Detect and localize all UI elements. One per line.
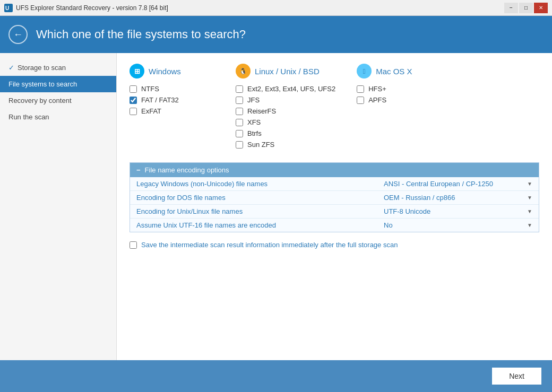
- encoding-select-3[interactable]: No: [384, 221, 525, 229]
- encoding-title: File name encoding options: [145, 166, 229, 174]
- jfs-checkbox-row[interactable]: JFS: [236, 96, 335, 104]
- back-button[interactable]: ←: [8, 25, 28, 44]
- save-checkbox-row: Save the intermediate scan result inform…: [130, 241, 539, 253]
- sidebar-label-filesystems: File systems to search: [8, 80, 77, 88]
- dropdown-arrow-1: ▼: [527, 195, 532, 201]
- header: ← Which one of the file systems to searc…: [0, 16, 552, 53]
- ntfs-label: NTFS: [141, 85, 159, 93]
- fat-checkbox-row[interactable]: FAT / FAT32: [130, 96, 214, 104]
- sidebar-label-recovery: Recovery by content: [8, 97, 72, 104]
- ntfs-checkbox[interactable]: [130, 85, 137, 93]
- macos-title: Mac OS X: [376, 67, 412, 76]
- apfs-checkbox-row[interactable]: APFS: [357, 96, 442, 104]
- maximize-button[interactable]: □: [519, 3, 533, 13]
- btrfs-label: Btrfs: [247, 129, 262, 137]
- window-title: UFS Explorer Standard Recovery - version…: [16, 4, 168, 12]
- windows-column: ⊞ Windows NTFS FAT / FAT32 ExFAT: [130, 64, 214, 152]
- macos-logo-icon: : [363, 67, 366, 75]
- sunzfs-label: Sun ZFS: [247, 141, 274, 149]
- sidebar-label-storage: Storage to scan: [18, 64, 66, 72]
- sidebar: ✓ Storage to scan File systems to search…: [0, 53, 117, 360]
- save-label: Save the intermediate scan result inform…: [141, 241, 398, 249]
- hfsplus-label: HFS+: [368, 85, 386, 93]
- dropdown-arrow-2: ▼: [527, 208, 532, 214]
- sunzfs-checkbox[interactable]: [236, 141, 243, 149]
- hfsplus-checkbox[interactable]: [357, 85, 364, 93]
- xfs-label: XFS: [247, 118, 261, 126]
- encoding-select-2[interactable]: UTF-8 Unicode: [384, 207, 525, 215]
- collapse-icon[interactable]: −: [136, 166, 141, 174]
- dropdown-arrow-0: ▼: [527, 181, 532, 187]
- encoding-section: − File name encoding options Legacy Wind…: [130, 162, 539, 232]
- app-icon: U: [4, 4, 13, 12]
- linux-logo: 🐧: [236, 64, 251, 79]
- sidebar-item-recovery-by-content[interactable]: Recovery by content: [0, 92, 116, 109]
- ext-checkbox[interactable]: [236, 85, 243, 93]
- main-layout: ✓ Storage to scan File systems to search…: [0, 53, 552, 360]
- sidebar-item-run-the-scan[interactable]: Run the scan: [0, 109, 116, 125]
- jfs-checkbox[interactable]: [236, 97, 243, 104]
- exfat-checkbox[interactable]: [130, 108, 137, 115]
- apfs-checkbox[interactable]: [357, 97, 364, 104]
- windows-title: Windows: [149, 67, 181, 76]
- encoding-row-1: Encoding for DOS file names OEM - Russia…: [130, 191, 539, 205]
- save-intermediate-checkbox[interactable]: [130, 241, 137, 249]
- window-controls: − □ ✕: [504, 3, 548, 13]
- fat-checkbox[interactable]: [130, 97, 137, 104]
- btrfs-checkbox-row[interactable]: Btrfs: [236, 129, 335, 137]
- fat-label: FAT / FAT32: [141, 96, 179, 104]
- reiserfs-checkbox[interactable]: [236, 108, 243, 115]
- check-icon: ✓: [8, 64, 14, 72]
- linux-column: 🐧 Linux / Unix / BSD Ext2, Ext3, Ext4, U…: [236, 64, 335, 152]
- jfs-label: JFS: [247, 96, 260, 104]
- sidebar-item-file-systems[interactable]: File systems to search: [0, 76, 116, 92]
- linux-title: Linux / Unix / BSD: [255, 67, 320, 76]
- minimize-button[interactable]: −: [504, 3, 518, 13]
- content-area: ⊞ Windows NTFS FAT / FAT32 ExFAT: [117, 53, 552, 360]
- reiserfs-label: ReiserFS: [247, 107, 276, 115]
- footer: Next: [0, 360, 552, 392]
- xfs-checkbox[interactable]: [236, 119, 243, 126]
- encoding-label-3: Assume Unix UTF-16 file names are encode…: [136, 221, 384, 229]
- filesystem-grid: ⊞ Windows NTFS FAT / FAT32 ExFAT: [130, 64, 539, 152]
- linux-header: 🐧 Linux / Unix / BSD: [236, 64, 335, 79]
- encoding-label-2: Encoding for Unix/Linux file names: [136, 207, 384, 215]
- title-bar: U UFS Explorer Standard Recovery - versi…: [0, 0, 552, 16]
- encoding-select-1[interactable]: OEM - Russian / cp866: [384, 194, 525, 202]
- macos-column:  Mac OS X HFS+ APFS: [357, 64, 442, 152]
- encoding-label-0: Legacy Windows (non-Unicode) file names: [136, 180, 384, 188]
- encoding-select-0[interactable]: ANSI - Central European / CP-1250: [384, 180, 525, 188]
- xfs-checkbox-row[interactable]: XFS: [236, 118, 335, 126]
- encoding-row-0: Legacy Windows (non-Unicode) file names …: [130, 177, 539, 191]
- encoding-value-wrap-1: OEM - Russian / cp866 ▼: [384, 194, 532, 202]
- encoding-label-1: Encoding for DOS file names: [136, 194, 384, 202]
- ntfs-checkbox-row[interactable]: NTFS: [130, 85, 214, 93]
- encoding-value-wrap-0: ANSI - Central European / CP-1250 ▼: [384, 180, 532, 188]
- exfat-label: ExFAT: [141, 107, 161, 115]
- encoding-row-2: Encoding for Unix/Linux file names UTF-8…: [130, 205, 539, 219]
- close-button[interactable]: ✕: [534, 3, 548, 13]
- linux-logo-icon: 🐧: [239, 68, 247, 75]
- btrfs-checkbox[interactable]: [236, 130, 243, 137]
- reiserfs-checkbox-row[interactable]: ReiserFS: [236, 107, 335, 115]
- macos-logo: : [357, 64, 372, 79]
- exfat-checkbox-row[interactable]: ExFAT: [130, 107, 214, 115]
- encoding-value-wrap-2: UTF-8 Unicode ▼: [384, 207, 532, 215]
- hfsplus-checkbox-row[interactable]: HFS+: [357, 85, 442, 93]
- encoding-row-3: Assume Unix UTF-16 file names are encode…: [130, 219, 539, 232]
- svg-text:U: U: [5, 5, 9, 11]
- ext-checkbox-row[interactable]: Ext2, Ext3, Ext4, UFS, UFS2: [236, 85, 335, 93]
- windows-logo-icon: ⊞: [134, 67, 140, 75]
- header-title: Which one of the file systems to search?: [36, 28, 246, 41]
- sunzfs-checkbox-row[interactable]: Sun ZFS: [236, 141, 335, 149]
- sidebar-label-run-scan: Run the scan: [8, 113, 49, 121]
- ext-label: Ext2, Ext3, Ext4, UFS, UFS2: [247, 85, 335, 93]
- encoding-value-wrap-3: No ▼: [384, 221, 532, 229]
- encoding-header: − File name encoding options: [130, 163, 539, 177]
- apfs-label: APFS: [368, 96, 386, 104]
- macos-header:  Mac OS X: [357, 64, 442, 79]
- windows-header: ⊞ Windows: [130, 64, 214, 79]
- sidebar-item-storage-to-scan[interactable]: ✓ Storage to scan: [0, 59, 116, 76]
- title-bar-left: U UFS Explorer Standard Recovery - versi…: [4, 4, 168, 12]
- next-button[interactable]: Next: [492, 368, 541, 385]
